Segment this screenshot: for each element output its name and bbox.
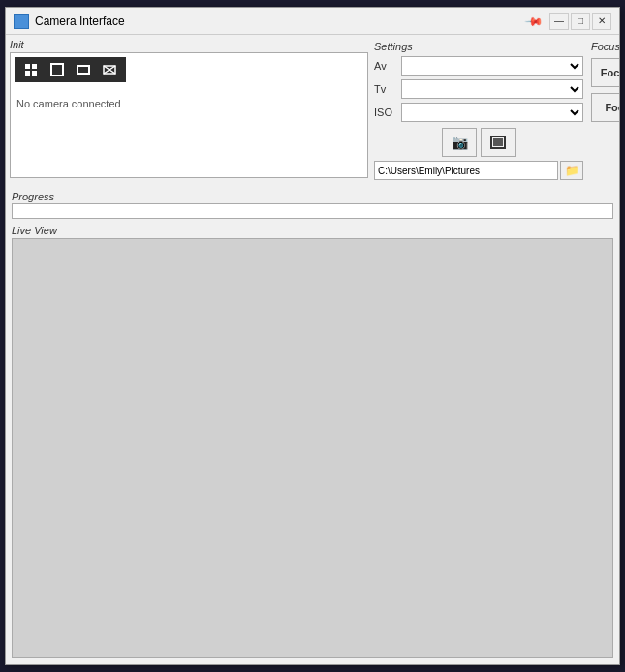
path-row: 📁 xyxy=(374,161,583,180)
iso-row: ISO xyxy=(374,103,583,122)
settings-label: Settings xyxy=(374,41,583,52)
iso-label: ISO xyxy=(374,107,398,118)
progress-section: Progress xyxy=(6,186,619,221)
init-label: Init xyxy=(10,39,368,50)
toolbar-btn-rect[interactable] xyxy=(72,60,95,79)
top-section: Init xyxy=(6,35,619,186)
live-view-box xyxy=(12,238,613,658)
init-box: No camera connected xyxy=(10,52,368,178)
folder-icon: 📁 xyxy=(565,164,579,177)
toolbar-btn-grid[interactable] xyxy=(19,60,43,79)
av-row: Av xyxy=(374,56,583,76)
pin-icon: 📌 xyxy=(524,11,545,31)
capture-row: 📷 xyxy=(374,128,583,157)
toolbar-overlay xyxy=(15,57,126,82)
tv-select[interactable] xyxy=(401,79,583,99)
svg-rect-0 xyxy=(25,64,30,69)
browse-button[interactable]: 📁 xyxy=(560,161,583,180)
svg-rect-4 xyxy=(51,64,63,76)
svg-rect-5 xyxy=(78,66,89,74)
av-select[interactable] xyxy=(401,56,583,76)
fullscreen-icon xyxy=(490,136,506,149)
iso-select[interactable] xyxy=(401,103,583,122)
cross-icon xyxy=(103,63,116,76)
window-icon xyxy=(14,14,29,29)
capture-button[interactable]: 📷 xyxy=(442,128,477,157)
no-camera-text: No camera connected xyxy=(16,98,361,109)
live-view-label: Live View xyxy=(12,225,613,236)
progress-label: Progress xyxy=(12,191,54,202)
toolbar-btn-frame[interactable] xyxy=(46,60,69,79)
main-content: Init xyxy=(6,35,619,664)
svg-rect-2 xyxy=(25,71,30,76)
rect-icon xyxy=(77,63,90,76)
svg-rect-3 xyxy=(32,71,37,76)
svg-rect-10 xyxy=(493,138,503,146)
maximize-button[interactable]: □ xyxy=(571,13,590,30)
init-panel: Init xyxy=(10,39,368,182)
fullscreen-button[interactable] xyxy=(481,128,516,157)
progress-bar-container xyxy=(12,203,613,219)
title-bar-controls: — □ ✕ xyxy=(549,13,611,30)
title-bar: Camera Interface 📌 — □ ✕ xyxy=(6,8,619,35)
frame-icon xyxy=(50,63,64,76)
settings-panel: Settings Av Tv xyxy=(372,39,585,182)
camera-icon: 📷 xyxy=(452,135,468,150)
settings-body: Av Tv ISO xyxy=(374,56,583,157)
main-window: Camera Interface 📌 — □ ✕ Init xyxy=(5,7,620,665)
toolbar-btn-cross[interactable] xyxy=(98,60,121,79)
path-input[interactable] xyxy=(374,161,558,180)
tv-row: Tv xyxy=(374,79,583,99)
svg-rect-1 xyxy=(32,64,37,69)
grid-icon xyxy=(24,63,38,76)
focus-in-button[interactable]: Focus In xyxy=(591,93,619,122)
window-title: Camera Interface xyxy=(35,15,527,28)
minimize-button[interactable]: — xyxy=(549,13,569,30)
live-view-section: Live View xyxy=(6,221,619,664)
settings-left: Av Tv ISO xyxy=(374,56,583,157)
focus-out-button[interactable]: Focus Out xyxy=(591,58,619,87)
close-button[interactable]: ✕ xyxy=(592,13,611,30)
focus-panel: Focus Focus Out Focus In xyxy=(589,39,619,182)
av-label: Av xyxy=(374,60,398,72)
tv-label: Tv xyxy=(374,83,398,95)
focus-label: Focus xyxy=(591,41,619,52)
